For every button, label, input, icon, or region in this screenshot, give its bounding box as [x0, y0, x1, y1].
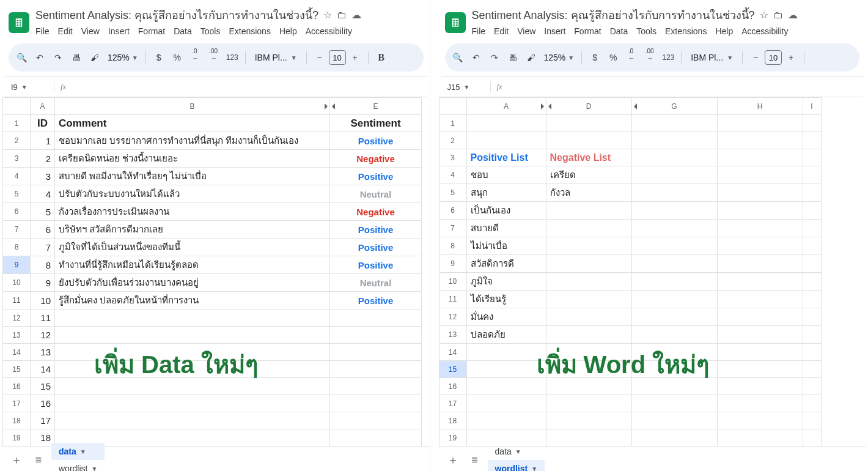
search-icon[interactable]: 🔍	[13, 49, 29, 66]
font-size-inc-button[interactable]: +	[783, 49, 799, 66]
row-header[interactable]: 11	[3, 292, 31, 310]
tab-data[interactable]: data▼	[51, 443, 105, 460]
row-header[interactable]: 19	[439, 429, 466, 447]
menu-edit[interactable]: Edit	[58, 26, 73, 36]
formula-bar[interactable]	[72, 82, 421, 92]
name-box[interactable]: I9▼	[11, 83, 48, 92]
increase-decimal-button[interactable]: .00→	[642, 49, 658, 66]
row-header[interactable]: 9	[439, 255, 466, 273]
col-header[interactable]: I	[803, 98, 821, 115]
paint-format-button[interactable]: 🖌	[87, 49, 103, 66]
row-header[interactable]: 7	[3, 221, 31, 239]
row-header[interactable]: 16	[3, 378, 31, 395]
decrease-decimal-button[interactable]: .0←	[623, 49, 639, 66]
font-select[interactable]: IBM Pl...▼	[251, 51, 301, 64]
menu-file[interactable]: File	[35, 26, 50, 36]
col-header[interactable]: A	[31, 98, 55, 115]
row-header[interactable]: 11	[439, 291, 466, 308]
menu-insert[interactable]: Insert	[108, 26, 130, 36]
menu-accessibility[interactable]: Accessibility	[306, 26, 352, 36]
tab-wordlist[interactable]: wordlist▼	[488, 460, 545, 471]
sheet-grid[interactable]: ABE1IDCommentSentiment21ชอบมากเลย บรรยาก…	[2, 97, 422, 447]
col-header[interactable]: E	[330, 98, 422, 115]
menu-format[interactable]: Format	[138, 26, 165, 36]
menu-extensions[interactable]: Extensions	[229, 26, 270, 36]
redo-button[interactable]: ↷	[487, 49, 502, 66]
row-header[interactable]: 18	[439, 412, 466, 429]
font-size-input[interactable]: 10	[329, 50, 346, 65]
row-header[interactable]: 6	[439, 202, 466, 220]
menu-help[interactable]: Help	[715, 26, 733, 36]
menu-accessibility[interactable]: Accessibility	[741, 26, 788, 36]
redo-button[interactable]: ↷	[50, 49, 66, 66]
print-button[interactable]: 🖶	[505, 49, 521, 66]
row-header[interactable]: 8	[3, 239, 31, 256]
menu-tools[interactable]: Tools	[200, 26, 221, 36]
font-size-dec-button[interactable]: −	[748, 49, 763, 66]
row-header[interactable]: 16	[439, 378, 466, 395]
row-header[interactable]: 13	[439, 326, 466, 344]
font-select[interactable]: IBM Pl...▼	[686, 51, 737, 64]
menu-extensions[interactable]: Extensions	[665, 26, 707, 36]
row-header[interactable]: 15	[3, 361, 31, 378]
row-header[interactable]: 4	[3, 168, 31, 185]
row-header[interactable]: 15	[439, 361, 466, 378]
sheet-grid[interactable]: ADGHI123Positive ListNegative List4ชอบเค…	[439, 97, 822, 447]
add-sheet-button[interactable]: ＋	[444, 451, 462, 469]
percent-button[interactable]: %	[605, 49, 621, 66]
row-header[interactable]: 5	[3, 185, 31, 203]
row-header[interactable]: 2	[3, 132, 31, 150]
col-header[interactable]: G	[631, 98, 717, 115]
tab-wordlist[interactable]: wordlist▼	[51, 460, 105, 471]
col-header[interactable]: H	[717, 98, 803, 115]
cloud-icon[interactable]: ☁	[788, 9, 798, 21]
formula-bar[interactable]	[509, 82, 857, 92]
increase-decimal-button[interactable]: .00→	[206, 49, 222, 66]
row-header[interactable]: 4	[439, 166, 466, 184]
star-icon[interactable]: ☆	[760, 9, 768, 21]
zoom-select[interactable]: 125%▼	[542, 53, 577, 62]
row-header[interactable]: 6	[3, 203, 31, 221]
menu-format[interactable]: Format	[574, 26, 601, 36]
undo-button[interactable]: ↶	[32, 49, 48, 66]
doc-title[interactable]: Sentiment Analysis: คุณรู้สึกอย่างไรกับก…	[472, 6, 755, 24]
menu-data[interactable]: Data	[610, 26, 628, 36]
row-header[interactable]: 13	[3, 327, 31, 344]
row-header[interactable]: 12	[439, 308, 466, 326]
menu-tools[interactable]: Tools	[636, 26, 657, 36]
tab-data[interactable]: data▼	[488, 443, 545, 460]
menu-view[interactable]: View	[517, 26, 535, 36]
bold-button[interactable]: B	[373, 49, 389, 66]
row-header[interactable]: 1	[439, 115, 466, 132]
col-header[interactable]: A	[466, 98, 546, 115]
doc-title[interactable]: Sentiment Analysis: คุณรู้สึกอย่างไรกับก…	[35, 6, 318, 24]
row-header[interactable]: 14	[439, 344, 466, 361]
menu-help[interactable]: Help	[279, 26, 297, 36]
col-header[interactable]: B	[55, 98, 330, 115]
print-button[interactable]: 🖶	[68, 49, 84, 66]
row-header[interactable]: 3	[3, 150, 31, 168]
cloud-icon[interactable]: ☁	[351, 9, 361, 21]
menu-view[interactable]: View	[81, 26, 100, 36]
row-header[interactable]: 10	[3, 274, 31, 292]
font-size-dec-button[interactable]: −	[312, 49, 328, 66]
move-icon[interactable]: 🗀	[773, 10, 783, 21]
row-header[interactable]: 14	[3, 344, 31, 361]
row-header[interactable]: 7	[439, 220, 466, 237]
menu-insert[interactable]: Insert	[544, 26, 565, 36]
row-header[interactable]: 2	[439, 132, 466, 149]
move-icon[interactable]: 🗀	[337, 10, 347, 21]
row-header[interactable]: 10	[439, 273, 466, 291]
undo-button[interactable]: ↶	[468, 49, 484, 66]
search-icon[interactable]: 🔍	[450, 49, 466, 66]
font-size-inc-button[interactable]: +	[347, 49, 363, 66]
menu-edit[interactable]: Edit	[494, 26, 509, 36]
row-header[interactable]: 17	[3, 395, 31, 412]
menu-file[interactable]: File	[472, 26, 486, 36]
zoom-select[interactable]: 125%▼	[105, 53, 141, 62]
add-sheet-button[interactable]: ＋	[7, 451, 26, 469]
font-size-input[interactable]: 10	[765, 50, 782, 65]
currency-button[interactable]: $	[151, 49, 167, 66]
row-header[interactable]: 8	[439, 237, 466, 255]
row-header[interactable]: 9	[3, 256, 31, 274]
